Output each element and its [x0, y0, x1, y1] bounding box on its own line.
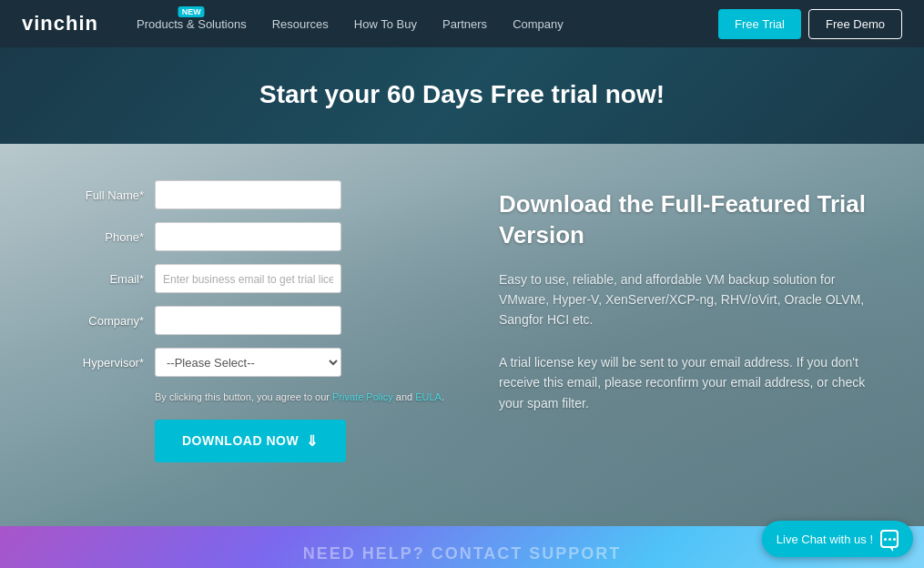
nav-products[interactable]: NEW Products & Solutions — [127, 12, 256, 36]
live-chat-button[interactable]: Live Chat with us ! — [762, 521, 913, 557]
nav-how-to-buy[interactable]: How To Buy — [345, 12, 426, 36]
nav-links: NEW Products & Solutions Resources How T… — [127, 12, 718, 36]
company-row: Company* — [55, 306, 444, 335]
info-title: Download the Full-Featured Trial Version — [499, 189, 869, 251]
download-button[interactable]: DOWNLOAD NOW ⇓ — [155, 420, 346, 462]
hypervisor-row: Hypervisor* --Please Select-- VMware Hyp… — [55, 348, 444, 377]
company-label: Company* — [55, 314, 155, 328]
navbar: vinchin NEW Products & Solutions Resourc… — [0, 0, 924, 47]
email-input[interactable] — [155, 264, 341, 293]
download-label: DOWNLOAD NOW — [182, 433, 299, 448]
fullname-row: Full Name* — [55, 180, 444, 209]
main-content: Full Name* Phone* Email* Company* Hyperv… — [0, 144, 924, 526]
live-chat-label: Live Chat with us ! — [777, 532, 873, 546]
content-wrapper: Full Name* Phone* Email* Company* Hyperv… — [0, 144, 924, 499]
chat-dot-1 — [884, 538, 887, 541]
phone-input[interactable] — [155, 222, 341, 251]
free-demo-button[interactable]: Free Demo — [808, 9, 902, 39]
chat-icon — [880, 530, 899, 548]
email-label: Email* — [55, 272, 155, 286]
consent-text: By clicking this button, you agree to ou… — [155, 390, 444, 405]
company-input[interactable] — [155, 306, 341, 335]
hero-title: Start your 60 Days Free trial now! — [0, 80, 924, 109]
eula-link[interactable]: EULA — [415, 391, 442, 402]
logo-text: vinchin — [22, 12, 98, 35]
footer-text: NEED HELP? CONTACT SUPPORT — [303, 544, 622, 563]
fullname-input[interactable] — [155, 180, 341, 209]
nav-company[interactable]: Company — [503, 12, 573, 36]
phone-label: Phone* — [55, 230, 155, 244]
nav-resources[interactable]: Resources — [263, 12, 338, 36]
fullname-label: Full Name* — [55, 188, 155, 202]
nav-buttons: Free Trial Free Demo — [718, 9, 902, 39]
privacy-policy-link[interactable]: Private Policy — [332, 391, 393, 402]
email-row: Email* — [55, 264, 444, 293]
hero-banner: Start your 60 Days Free trial now! — [0, 47, 924, 144]
new-badge: NEW — [178, 6, 205, 17]
download-icon: ⇓ — [306, 432, 319, 450]
info-section: Download the Full-Featured Trial Version… — [499, 180, 869, 413]
site-logo[interactable]: vinchin — [22, 12, 98, 36]
info-note: A trial license key will be sent to your… — [499, 352, 869, 413]
free-trial-button[interactable]: Free Trial — [718, 9, 801, 39]
info-description: Easy to use, reliable, and affordable VM… — [499, 269, 869, 330]
chat-dot-2 — [888, 538, 891, 541]
hypervisor-select[interactable]: --Please Select-- VMware Hyper-V XenServ… — [155, 348, 341, 377]
chat-dot-3 — [893, 538, 896, 541]
nav-partners[interactable]: Partners — [433, 12, 496, 36]
hypervisor-label: Hypervisor* — [55, 356, 155, 370]
trial-form: Full Name* Phone* Email* Company* Hyperv… — [55, 180, 444, 462]
phone-row: Phone* — [55, 222, 444, 251]
